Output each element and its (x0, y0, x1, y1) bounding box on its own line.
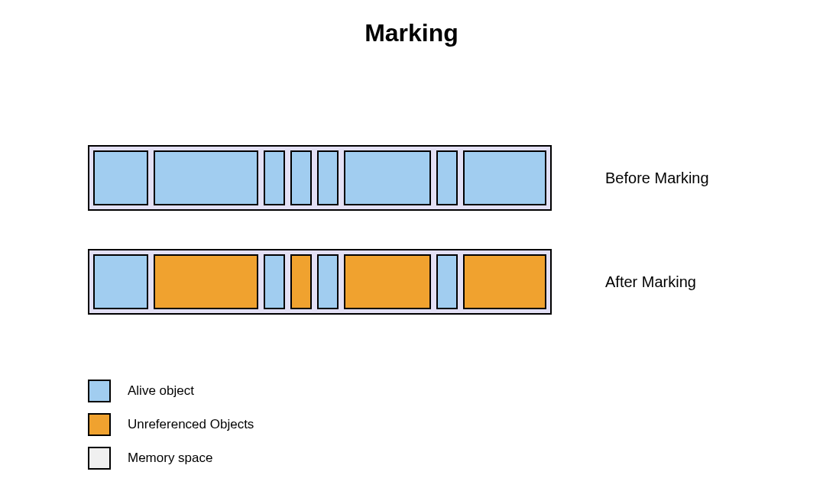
memory-block (93, 150, 148, 205)
unreferenced-swatch-icon (88, 413, 111, 436)
memory-block (154, 254, 258, 309)
memory-block (154, 150, 258, 205)
memory-block (264, 150, 285, 205)
legend-item-mem: Memory space (88, 447, 254, 470)
after-marking-row: After Marking (88, 249, 709, 315)
memory-block (344, 254, 431, 309)
alive-swatch-icon (88, 380, 111, 402)
memory-block (436, 150, 458, 205)
legend-mem-label: Memory space (128, 451, 212, 466)
legend-unref-label: Unreferenced Objects (128, 417, 254, 432)
legend-item-unref: Unreferenced Objects (88, 413, 254, 436)
memory-block (463, 254, 546, 309)
legend-item-alive: Alive object (88, 380, 254, 402)
after-marking-label: After Marking (605, 273, 696, 291)
after-memory-bar (88, 249, 552, 315)
memory-block (93, 254, 148, 309)
memory-swatch-icon (88, 447, 111, 470)
legend-alive-label: Alive object (128, 383, 194, 399)
before-marking-row: Before Marking (88, 145, 709, 211)
memory-block (436, 254, 458, 309)
memory-block (317, 254, 339, 309)
memory-block (290, 150, 312, 205)
memory-block (463, 150, 546, 205)
memory-block (344, 150, 431, 205)
legend: Alive object Unreferenced Objects Memory… (88, 380, 254, 480)
memory-block (290, 254, 312, 309)
memory-block (317, 150, 339, 205)
memory-block (264, 254, 285, 309)
before-marking-label: Before Marking (605, 170, 709, 187)
before-memory-bar (88, 145, 552, 211)
diagram-title: Marking (0, 19, 823, 47)
memory-rows: Before Marking After Marking (88, 145, 709, 353)
